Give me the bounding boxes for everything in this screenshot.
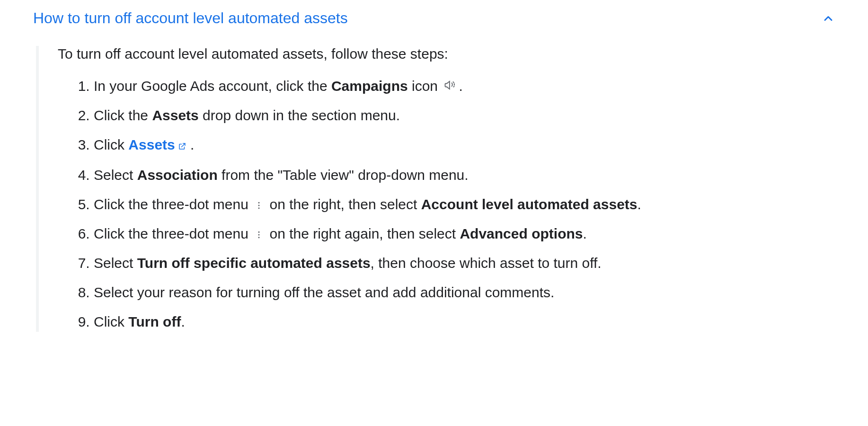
step-bold: Turn off <box>128 314 181 329</box>
step-text: Select <box>94 255 137 271</box>
step-text: . <box>638 196 641 212</box>
external-link-icon <box>178 136 186 156</box>
accordion-content: To turn off account level automated asse… <box>36 46 835 332</box>
step-bold: Assets <box>152 107 198 123</box>
step-text: on the right, then select <box>266 196 421 212</box>
step-3: Click Assets . <box>94 135 835 156</box>
step-1: In your Google Ads account, click the Ca… <box>94 76 835 96</box>
step-text: In your Google Ads account, click the <box>94 78 331 94</box>
step-text: , then choose which asset to turn off. <box>371 255 602 271</box>
svg-point-1 <box>258 205 260 206</box>
step-text: Click the three-dot menu <box>94 226 252 241</box>
step-7: Select Turn off specific automated asset… <box>94 253 835 273</box>
step-bold: Association <box>137 167 218 183</box>
section-title-link[interactable]: How to turn off account level automated … <box>33 9 348 27</box>
step-text: icon <box>408 78 442 94</box>
step-text: drop down in the section menu. <box>199 107 400 123</box>
step-text: Click <box>94 314 128 329</box>
step-text: . <box>583 226 586 241</box>
svg-point-0 <box>258 202 260 204</box>
assets-link[interactable]: Assets <box>128 137 175 152</box>
step-text: . <box>186 137 195 152</box>
help-article-section: How to turn off account level automated … <box>0 0 868 426</box>
step-text: Select <box>94 167 137 183</box>
step-4: Select Association from the "Table view"… <box>94 165 835 185</box>
step-text: Select your reason for turning off the a… <box>94 284 554 300</box>
step-5: Click the three-dot menu on the right, t… <box>94 195 835 214</box>
three-dot-menu-icon <box>254 230 264 240</box>
svg-point-3 <box>258 231 260 233</box>
step-text: Click the <box>94 107 152 123</box>
step-text: . <box>181 314 185 329</box>
campaigns-icon <box>443 79 457 92</box>
step-text: . <box>459 78 462 94</box>
step-2: Click the Assets drop down in the sectio… <box>94 106 835 125</box>
svg-point-4 <box>258 234 260 236</box>
step-8: Select your reason for turning off the a… <box>94 283 835 302</box>
step-bold: Account level automated assets <box>421 196 638 212</box>
accordion-header[interactable]: How to turn off account level automated … <box>33 9 835 27</box>
chevron-up-icon[interactable] <box>822 12 835 25</box>
step-bold: Advanced options <box>460 226 583 241</box>
step-bold: Turn off specific automated assets <box>137 255 371 271</box>
step-text: on the right again, then select <box>266 226 460 241</box>
step-6: Click the three-dot menu on the right ag… <box>94 224 835 244</box>
steps-list: In your Google Ads account, click the Ca… <box>58 76 835 332</box>
step-9: Click Turn off. <box>94 312 835 332</box>
svg-point-5 <box>258 237 260 238</box>
step-text: Click the three-dot menu <box>94 196 252 212</box>
step-bold: Campaigns <box>331 78 408 94</box>
svg-point-2 <box>258 207 260 209</box>
step-text: Click <box>94 137 128 152</box>
intro-text: To turn off account level automated asse… <box>58 46 835 62</box>
step-text: from the "Table view" drop-down menu. <box>218 167 469 183</box>
three-dot-menu-icon <box>254 201 264 210</box>
